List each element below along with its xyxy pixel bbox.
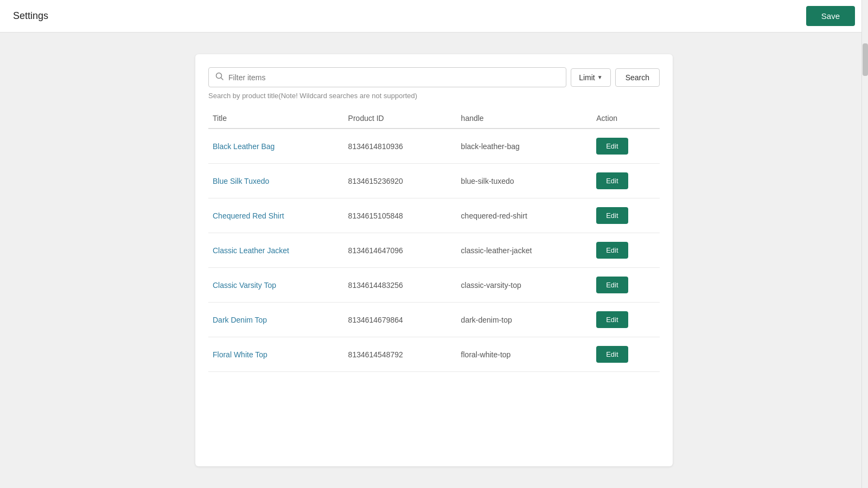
search-hint: Search by product title(Note! Wildcard s…	[208, 92, 660, 100]
edit-button[interactable]: Edit	[596, 346, 628, 363]
page-title: Settings	[13, 10, 48, 22]
edit-button[interactable]: Edit	[596, 172, 628, 189]
chevron-down-icon: ▼	[597, 74, 603, 80]
edit-button[interactable]: Edit	[596, 207, 628, 224]
product-id: 8134614647096	[344, 233, 457, 268]
svg-line-1	[221, 78, 224, 80]
product-handle: floral-white-top	[457, 337, 592, 372]
col-header-action: Action	[592, 108, 660, 129]
edit-button[interactable]: Edit	[596, 277, 628, 293]
product-id: 8134615236920	[344, 164, 457, 198]
table-row: Blue Silk Tuxedo 8134615236920 blue-silk…	[208, 164, 660, 198]
product-card: Limit ▼ Search Search by product title(N…	[195, 54, 673, 466]
product-id: 8134615105848	[344, 198, 457, 233]
main-content: Limit ▼ Search Search by product title(N…	[0, 33, 868, 488]
scrollbar-thumb[interactable]	[863, 43, 868, 76]
product-action: Edit	[592, 337, 660, 372]
col-header-product-id: Product ID	[344, 108, 457, 129]
edit-button[interactable]: Edit	[596, 311, 628, 328]
col-header-handle: handle	[457, 108, 592, 129]
product-title: Floral White Top	[208, 337, 344, 372]
filter-input[interactable]	[228, 73, 559, 82]
product-action: Edit	[592, 268, 660, 303]
table-header-row: Title Product ID handle Action	[208, 108, 660, 129]
limit-label: Limit	[579, 73, 595, 82]
product-handle: classic-leather-jacket	[457, 233, 592, 268]
product-handle: dark-denim-top	[457, 303, 592, 337]
product-title: Dark Denim Top	[208, 303, 344, 337]
search-icon	[215, 72, 224, 82]
limit-button[interactable]: Limit ▼	[571, 68, 610, 87]
product-action: Edit	[592, 164, 660, 198]
product-action: Edit	[592, 303, 660, 337]
search-bar: Limit ▼ Search	[208, 67, 660, 87]
product-action: Edit	[592, 129, 660, 164]
scrollbar-track	[861, 0, 868, 488]
table-row: Floral White Top 8134614548792 floral-wh…	[208, 337, 660, 372]
product-handle: black-leather-bag	[457, 129, 592, 164]
product-handle: chequered-red-shirt	[457, 198, 592, 233]
product-title: Classic Varsity Top	[208, 268, 344, 303]
table-row: Classic Varsity Top 8134614483256 classi…	[208, 268, 660, 303]
product-action: Edit	[592, 198, 660, 233]
col-header-title: Title	[208, 108, 344, 129]
search-button[interactable]: Search	[615, 68, 660, 87]
product-title: Chequered Red Shirt	[208, 198, 344, 233]
table-row: Black Leather Bag 8134614810936 black-le…	[208, 129, 660, 164]
product-title: Black Leather Bag	[208, 129, 344, 164]
edit-button[interactable]: Edit	[596, 138, 628, 155]
product-table: Title Product ID handle Action Black Lea…	[208, 108, 660, 372]
table-row: Dark Denim Top 8134614679864 dark-denim-…	[208, 303, 660, 337]
search-input-wrapper[interactable]	[208, 67, 566, 87]
product-handle: classic-varsity-top	[457, 268, 592, 303]
product-title: Classic Leather Jacket	[208, 233, 344, 268]
product-id: 8134614810936	[344, 129, 457, 164]
product-title: Blue Silk Tuxedo	[208, 164, 344, 198]
app-header: Settings Save	[0, 0, 868, 33]
product-id: 8134614548792	[344, 337, 457, 372]
edit-button[interactable]: Edit	[596, 242, 628, 259]
save-button[interactable]: Save	[806, 6, 855, 26]
table-row: Classic Leather Jacket 8134614647096 cla…	[208, 233, 660, 268]
product-action: Edit	[592, 233, 660, 268]
product-id: 8134614679864	[344, 303, 457, 337]
product-handle: blue-silk-tuxedo	[457, 164, 592, 198]
product-id: 8134614483256	[344, 268, 457, 303]
table-row: Chequered Red Shirt 8134615105848 cheque…	[208, 198, 660, 233]
